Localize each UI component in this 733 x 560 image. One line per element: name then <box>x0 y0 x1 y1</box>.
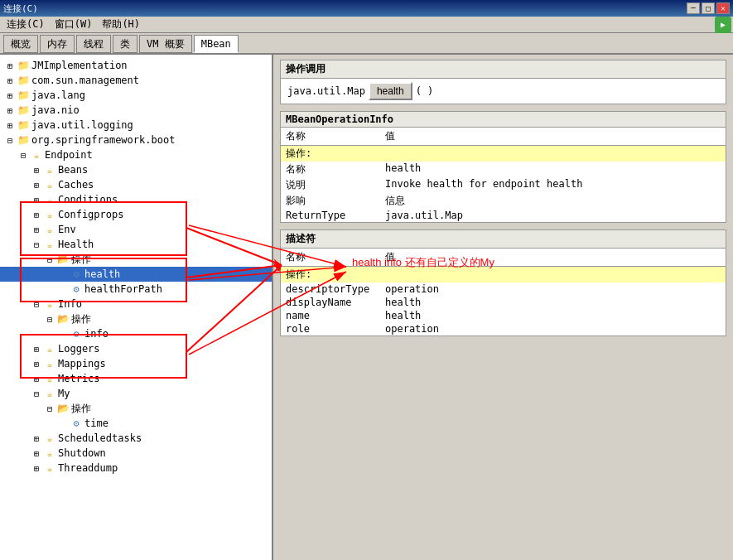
tree-item-configprops[interactable]: ⊞ ☕ Configprops <box>0 207 272 222</box>
tree-item-scheduledtasks[interactable]: ⊞ ☕ Scheduledtasks <box>0 431 272 446</box>
expand-metrics[interactable]: ⊞ <box>30 372 43 385</box>
bean-icon-shutdown: ☕ <box>43 447 56 460</box>
tree-item-shutdown[interactable]: ⊞ ☕ Shutdown <box>0 446 272 461</box>
desc-row-value: Invoke health for endpoint health <box>380 177 726 193</box>
tab-classes[interactable]: 类 <box>113 35 137 53</box>
expand-conditions[interactable]: ⊞ <box>30 193 43 206</box>
tree-item-info-op[interactable]: ⊟ 📂 操作 <box>0 311 272 326</box>
tree-item-java-lang[interactable]: ⊞ 📁 java.lang <box>0 88 272 103</box>
tree-item-threaddump[interactable]: ⊞ ☕ Threaddump <box>0 461 272 476</box>
desc-row-label: 说明 <box>281 177 380 193</box>
tree-label-mappings: Mappings <box>58 358 106 369</box>
folder-icon-java-lang: 📁 <box>17 89 30 102</box>
expand-info[interactable]: ⊟ <box>30 297 43 311</box>
tree-item-java-nio[interactable]: ⊞ 📁 java.nio <box>0 103 272 118</box>
expand-java-util-logging[interactable]: ⊞ <box>3 118 17 132</box>
close-button[interactable]: ✕ <box>716 2 730 14</box>
expand-caches[interactable]: ⊞ <box>30 178 43 191</box>
op-icon-my-time: ⚙ <box>70 417 83 430</box>
menu-window[interactable]: 窗口(W) <box>50 16 98 33</box>
tree-item-conditions[interactable]: ⊞ ☕ Conditions <box>0 192 272 207</box>
table-row-op-header: 操作: <box>281 146 726 162</box>
expand-configprops[interactable]: ⊞ <box>30 208 43 221</box>
minimize-button[interactable]: ─ <box>687 2 700 14</box>
tree-item-metrics[interactable]: ⊞ ☕ Metrics <box>0 371 272 386</box>
expand-java-lang[interactable]: ⊞ <box>3 89 17 102</box>
expand-org[interactable]: ⊟ <box>3 133 17 147</box>
table-row-impact: 影响 信息 <box>281 193 726 209</box>
op-call-title: 操作调用 <box>281 60 726 79</box>
maximize-button[interactable]: □ <box>702 2 715 14</box>
tree-item-info-info[interactable]: ⚙ info <box>0 326 272 341</box>
bean-icon-loggers: ☕ <box>43 342 56 355</box>
descriptor-type-label: descriptorType <box>281 282 380 296</box>
tree-item-loggers[interactable]: ⊞ ☕ Loggers <box>0 341 272 356</box>
tree-item-health[interactable]: ⊟ ☕ Health <box>0 237 272 252</box>
tree-item-mappings[interactable]: ⊞ ☕ Mappings <box>0 356 272 371</box>
health-invoke-button[interactable]: health <box>369 82 412 100</box>
menu-connect[interactable]: 连接(C) <box>2 16 50 33</box>
name-row-label: 名称 <box>281 162 380 177</box>
tree-item-my-op[interactable]: ⊟ 📂 操作 <box>0 401 272 416</box>
tree-item-my-time[interactable]: ⚙ time <box>0 416 272 431</box>
expand-loggers[interactable]: ⊞ <box>30 342 43 355</box>
tree-item-health-op[interactable]: ⊟ 📂 操作 <box>0 252 272 267</box>
tree-item-endpoint[interactable]: ⊟ ☕ Endpoint <box>0 147 272 162</box>
bean-icon-threaddump: ☕ <box>43 461 56 475</box>
tree-item-com[interactable]: ⊞ 📁 com.sun.management <box>0 73 272 88</box>
folder-icon-java-nio: 📁 <box>17 104 30 117</box>
tree-label-health: Health <box>58 239 94 250</box>
expand-env[interactable]: ⊞ <box>30 223 43 236</box>
expand-jmimpl[interactable]: ⊞ <box>3 59 17 72</box>
expand-health[interactable]: ⊟ <box>30 238 43 251</box>
tree-label-org: org.springframework.boot <box>31 134 175 146</box>
tree-label-com: com.sun.management <box>31 75 139 86</box>
tree-item-jmimpl[interactable]: ⊞ 📁 JMImplementation <box>0 58 272 73</box>
expand-beans[interactable]: ⊞ <box>30 163 43 176</box>
bean-icon-mappings: ☕ <box>43 357 56 370</box>
expand-mappings[interactable]: ⊞ <box>30 357 43 370</box>
expand-health-op[interactable]: ⊟ <box>43 253 56 266</box>
tree-label-shutdown: Shutdown <box>58 447 106 459</box>
expand-my[interactable]: ⊟ <box>30 387 43 400</box>
bean-icon-health: ☕ <box>43 238 56 251</box>
display-name-value: health <box>380 296 726 309</box>
tree-label-java-nio: java.nio <box>31 104 80 116</box>
expand-com[interactable]: ⊞ <box>3 74 17 87</box>
expand-shutdown[interactable]: ⊞ <box>30 447 43 460</box>
tree-item-beans[interactable]: ⊞ ☕ Beans <box>0 162 272 177</box>
expand-info-op[interactable]: ⊟ <box>43 312 56 326</box>
right-panel: 操作调用 java.util.Map health ( ) MBeanOpera… <box>273 55 733 560</box>
tree-label-jmimpl: JMImplementation <box>31 60 128 71</box>
op-icon-health-health: ⚙ <box>70 268 83 281</box>
tree-label-java-lang: java.lang <box>31 89 85 101</box>
tab-threads[interactable]: 线程 <box>76 35 111 53</box>
expand-java-nio[interactable]: ⊞ <box>3 104 17 117</box>
tree-label-loggers: Loggers <box>58 343 100 355</box>
tree-label-health-op: 操作 <box>71 253 91 267</box>
tab-vm[interactable]: VM 概要 <box>139 35 192 53</box>
annotation-text: health info 还有自己定义的My <box>352 255 494 270</box>
expand-threaddump[interactable]: ⊞ <box>30 461 43 475</box>
tab-overview[interactable]: 概览 <box>3 35 38 53</box>
descriptor-table: 名称 值 操作: descriptorType operation <box>281 249 726 336</box>
expand-my-op[interactable]: ⊟ <box>43 402 56 415</box>
table-row-desc: 说明 Invoke health for endpoint health <box>281 177 726 193</box>
tab-memory[interactable]: 内存 <box>40 35 75 53</box>
tree-item-my[interactable]: ⊟ ☕ My <box>0 386 272 401</box>
tree-item-info[interactable]: ⊟ ☕ Info <box>0 297 272 311</box>
tree-item-health-health[interactable]: ⚙ health <box>0 267 272 282</box>
tree-item-caches[interactable]: ⊞ ☕ Caches <box>0 177 272 192</box>
expand-scheduledtasks[interactable]: ⊞ <box>30 432 43 445</box>
bean-icon-caches: ☕ <box>43 178 56 191</box>
bean-icon-conditions: ☕ <box>43 193 56 206</box>
mbean-op-info-section: MBeanOperationInfo 名称 值 操作: <box>280 111 726 223</box>
tree-item-org[interactable]: ⊟ 📁 org.springframework.boot <box>0 133 272 147</box>
expand-endpoint[interactable]: ⊟ <box>17 148 30 162</box>
tab-mbean[interactable]: MBean <box>194 35 239 53</box>
tree-item-java-util-logging[interactable]: ⊞ 📁 java.util.logging <box>0 118 272 133</box>
tree-item-health-healthforpath[interactable]: ⚙ healthForPath <box>0 282 272 297</box>
tree-item-env[interactable]: ⊞ ☕ Env <box>0 222 272 237</box>
menu-help[interactable]: 帮助(H) <box>97 16 145 33</box>
menu-bar: 连接(C) 窗口(W) 帮助(H) ▶ <box>0 17 733 33</box>
